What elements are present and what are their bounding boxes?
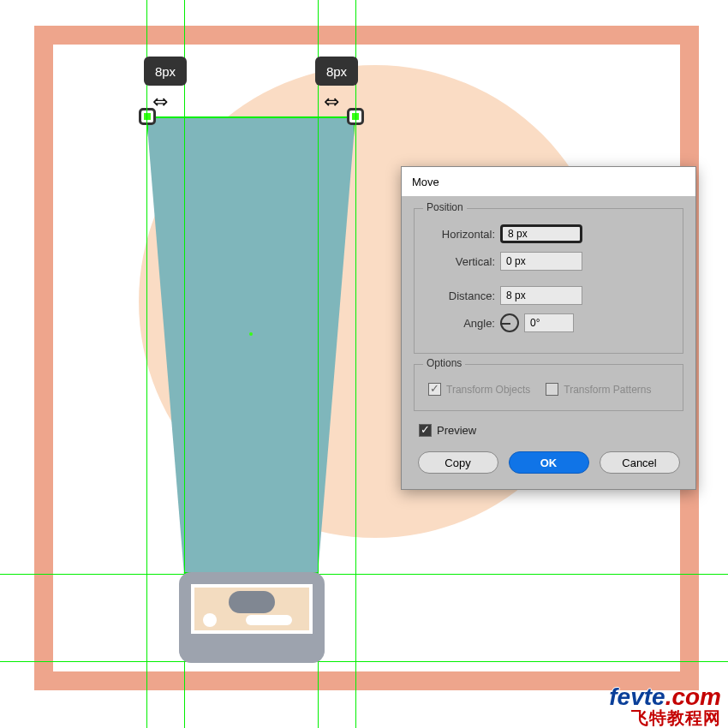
vertical-input[interactable] xyxy=(500,252,582,271)
angle-label: Angle: xyxy=(425,317,495,330)
transform-patterns-label: Transform Patterns xyxy=(564,384,651,396)
cup-base-panel xyxy=(191,584,313,634)
cup-base-circle xyxy=(203,613,217,627)
horizontal-label: Horizontal: xyxy=(425,228,495,241)
double-arrow-icon: ⇔ xyxy=(152,91,168,113)
watermark-tagline: 飞特教程网 xyxy=(609,709,721,726)
ok-button[interactable]: OK xyxy=(509,451,589,474)
cup-base-pill xyxy=(246,615,292,625)
distance-input[interactable] xyxy=(500,286,582,305)
smart-guide-vertical xyxy=(355,0,356,728)
vertical-label: Vertical: xyxy=(425,255,495,268)
smart-guide-vertical xyxy=(146,0,147,728)
double-arrow-icon: ⇔ xyxy=(324,91,339,113)
transform-patterns-checkbox xyxy=(546,383,558,396)
measure-badge-left: 8px xyxy=(144,57,187,86)
move-dialog: Move Position Horizontal: Vertical: Dist… xyxy=(401,166,696,490)
angle-input[interactable] xyxy=(524,313,574,332)
watermark: fevte.com 飞特教程网 xyxy=(609,685,721,726)
transform-objects-label: Transform Objects xyxy=(446,384,530,396)
transform-objects-checkbox xyxy=(428,383,441,396)
smart-guide-horizontal xyxy=(0,661,728,662)
position-group-label: Position xyxy=(423,201,467,213)
options-group: Options Transform Objects Transform Patt… xyxy=(414,364,683,411)
cancel-button[interactable]: Cancel xyxy=(600,451,680,474)
measure-badge-right: 8px xyxy=(315,57,358,86)
dialog-title[interactable]: Move xyxy=(402,167,695,196)
preview-label: Preview xyxy=(437,424,476,437)
copy-button[interactable]: Copy xyxy=(418,451,498,474)
position-group: Position Horizontal: Vertical: Distance:… xyxy=(414,208,683,354)
distance-label: Distance: xyxy=(425,289,495,302)
preview-checkbox[interactable] xyxy=(419,424,432,437)
options-group-label: Options xyxy=(423,357,465,369)
shape-center-indicator xyxy=(249,332,253,336)
cup-base-knob xyxy=(229,591,275,613)
smart-guide-horizontal xyxy=(0,574,728,575)
angle-dial-icon[interactable] xyxy=(500,313,519,332)
horizontal-input[interactable] xyxy=(500,224,582,243)
cup-base xyxy=(179,572,325,663)
